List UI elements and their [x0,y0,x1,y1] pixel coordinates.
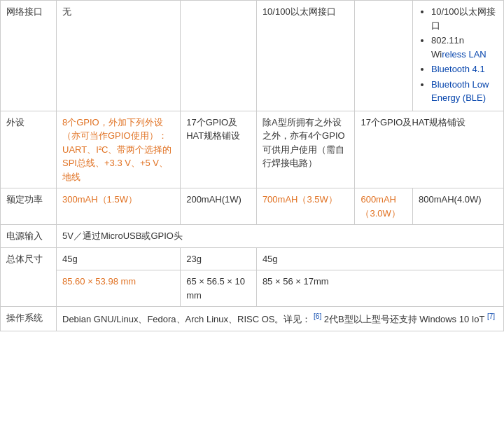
table-row-dimensions: 85.60 × 53.98 mm 65 × 56.5 × 10 mm 85 × … [1,270,504,307]
cell-weight-1: 45g [57,247,181,270]
cell-power-rating-1: 300mAH（1.5W） [57,188,181,225]
row-label-size: 总体尺寸 [1,247,57,307]
cell-peripheral-3: 除A型所拥有之外设之外，亦有4个GPIO可供用户使用（需自行焊接电路） [256,111,355,188]
ref-link-7[interactable]: [7] [487,312,495,320]
list-item: Bluetooth Low Energy (BLE) [431,78,498,105]
cell-dimensions-2: 65 × 56.5 × 10 mm [181,270,257,307]
cell-network-2 [181,1,257,111]
cell-weight-3: 45g [256,247,503,270]
cell-network-3: 10/100以太网接口 [256,1,355,111]
link[interactable]: Bluetooth Low Energy (BLE) [431,79,489,104]
cell-network-1: 无 [57,1,181,111]
row-label-peripheral: 外设 [1,111,57,188]
os-ref1[interactable]: [6] [314,312,321,320]
specs-table: 网络接口 无 10/100以太网接口 10/100以太网接口 802.11n W… [0,0,504,331]
power-value: 700mAH（3.5W） [262,194,337,205]
cell-os-1: Debian GNU/Linux、Fedora、Arch Linux、RISC … [57,307,504,331]
os-text: Debian GNU/Linux、Fedora、Arch Linux、RISC … [62,314,311,324]
cell-dimensions-1: 85.60 × 53.98 mm [57,270,181,307]
row-label-power-input: 电源输入 [1,225,57,248]
row-label-os: 操作系统 [1,307,57,331]
table-row-weight: 总体尺寸 45g 23g 45g [1,247,504,270]
cell-peripheral-2: 17个GPIO及HAT规格铺设 [181,111,257,188]
dimension-value: 85.60 × 53.98 mm [62,276,136,287]
list-item: Bluetooth 4.1 [431,62,498,76]
power-value: 600mAH（3.0W） [360,194,400,219]
os-text2: 2代B型以上型号还支持 Windows 10 IoT [324,314,484,324]
table-row-power-rating: 额定功率 300mAH（1.5W） 200mAH(1W) 700mAH（3.5W… [1,188,504,225]
row-label-network: 网络接口 [1,1,57,111]
cell-peripheral-4: 17个GPIO及HAT规格铺设 [355,111,504,188]
cell-network-4 [355,1,413,111]
cell-peripheral-1: 8个GPIO，外加下列外设（亦可当作GPIO使用）：UART、I²C、带两个选择… [57,111,181,188]
row-label-power-rating: 额定功率 [1,188,57,225]
cell-power-rating-5: 800mAH(4.0W) [413,188,504,225]
list-item: 802.11n Wireless LAN [431,34,498,61]
cell-network-5: 10/100以太网接口 802.11n Wireless LAN Bluetoo… [413,1,504,111]
list-item: 10/100以太网接口 [431,5,498,32]
table-row-network: 网络接口 无 10/100以太网接口 10/100以太网接口 802.11n W… [1,1,504,111]
link[interactable]: reless LAN [442,49,486,60]
table-row-power-input: 电源输入 5V／通过MicroUSB或GPIO头 [1,225,504,248]
link[interactable]: Bluetooth 4.1 [431,64,485,74]
cell-power-rating-3: 700mAH（3.5W） [256,188,355,225]
cell-power-rating-4: 600mAH（3.0W） [355,188,413,225]
cell-power-input-1: 5V／通过MicroUSB或GPIO头 [57,225,504,248]
os-ref2[interactable]: [7] [487,312,495,320]
cell-power-rating-2: 200mAH(1W) [181,188,257,225]
cell-weight-2: 23g [181,247,257,270]
table-row-os: 操作系统 Debian GNU/Linux、Fedora、Arch Linux、… [1,307,504,331]
table-row-peripheral: 外设 8个GPIO，外加下列外设（亦可当作GPIO使用）：UART、I²C、带两… [1,111,504,188]
cell-dimensions-3: 85 × 56 × 17mm [256,270,503,307]
power-value: 300mAH（1.5W） [62,194,137,205]
ref-link-6[interactable]: [6] [314,312,321,320]
